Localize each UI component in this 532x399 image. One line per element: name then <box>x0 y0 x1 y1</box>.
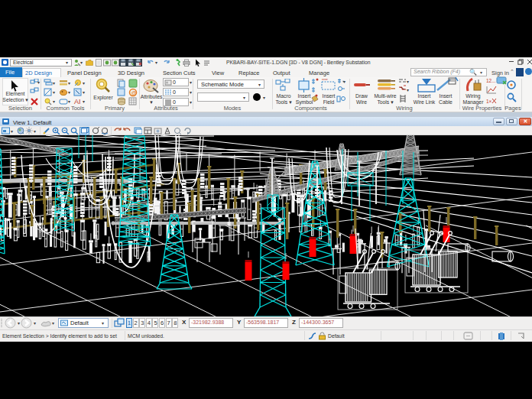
svg-text:@: @ <box>131 90 137 96</box>
svg-text:12...: 12... <box>486 78 496 83</box>
svg-text:1×: 1× <box>486 99 492 104</box>
svg-text:AI: AI <box>74 98 81 105</box>
